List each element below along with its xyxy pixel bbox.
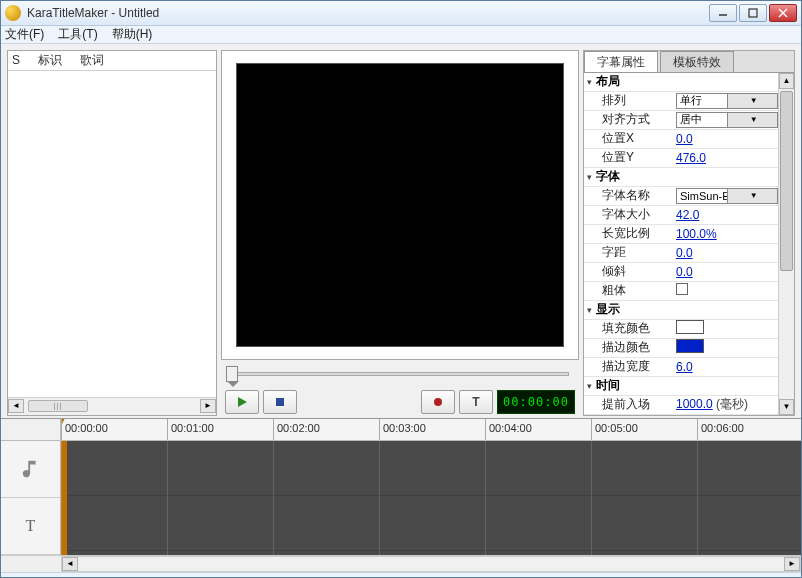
- prop-align-combo[interactable]: 居中▼: [676, 112, 778, 128]
- properties-vscroll[interactable]: ▲ ▼: [778, 73, 794, 415]
- text-track-label[interactable]: T: [1, 498, 60, 555]
- ruler-tick: 00:03:00: [379, 419, 380, 440]
- prop-stroke-label: 描边颜色: [584, 339, 676, 356]
- ruler-tick: 00:06:00: [697, 419, 698, 440]
- prop-leadin-label: 提前入场: [584, 396, 676, 413]
- section-time: 时间: [594, 377, 686, 394]
- prop-arrange-label: 排列: [584, 92, 676, 109]
- close-button[interactable]: [769, 4, 797, 22]
- expand-icon[interactable]: ▾: [584, 172, 594, 182]
- col-s[interactable]: S: [12, 53, 20, 67]
- prop-bold-label: 粗体: [584, 282, 676, 299]
- track-body[interactable]: [61, 441, 801, 555]
- section-font: 字体: [594, 168, 686, 185]
- lyric-list-body[interactable]: [8, 71, 216, 397]
- client-area: S 标识 歌词 ◄ ►: [1, 44, 801, 572]
- stop-button[interactable]: [263, 390, 297, 414]
- chevron-down-icon[interactable]: ▼: [727, 113, 778, 127]
- lyric-list-hscroll[interactable]: ◄ ►: [8, 397, 216, 415]
- expand-icon[interactable]: ▾: [584, 77, 594, 87]
- video-preview[interactable]: [236, 63, 564, 346]
- prop-fontsize-label: 字体大小: [584, 206, 676, 223]
- prop-leadin-unit: (毫秒): [716, 397, 748, 411]
- transport-controls: T 00:00:00: [221, 388, 579, 416]
- menu-bar: 文件(F) 工具(T) 帮助(H): [1, 26, 801, 44]
- prop-spacing-label: 字距: [584, 244, 676, 261]
- timeline: 00:00:0000:01:0000:02:0000:03:0000:04:00…: [1, 418, 801, 572]
- record-button[interactable]: [421, 390, 455, 414]
- time-display: 00:00:00: [497, 390, 575, 414]
- scroll-left-icon[interactable]: ◄: [62, 557, 78, 571]
- ruler-label: 00:02:00: [277, 422, 320, 434]
- ruler-label: 00:04:00: [489, 422, 532, 434]
- seek-thumb[interactable]: [226, 366, 238, 382]
- title-bar[interactable]: KaraTitleMaker - Untitled: [1, 1, 801, 26]
- preview-box: [221, 50, 579, 360]
- prop-posx-label: 位置X: [584, 130, 676, 147]
- audio-track-label[interactable]: [1, 441, 60, 498]
- prop-posx-value[interactable]: 0.0: [676, 132, 693, 146]
- text-mode-button[interactable]: T: [459, 390, 493, 414]
- tab-template-fx[interactable]: 模板特效: [660, 51, 734, 72]
- chevron-down-icon[interactable]: ▼: [727, 189, 778, 203]
- prop-posy-value[interactable]: 476.0: [676, 151, 706, 165]
- tab-subtitle-props[interactable]: 字幕属性: [584, 51, 658, 72]
- music-note-icon: [20, 458, 42, 480]
- ruler-tick: 00:01:00: [167, 419, 168, 440]
- text-icon: T: [26, 517, 36, 535]
- timeline-hscroll[interactable]: ◄ ►: [61, 556, 801, 572]
- status-bar: [1, 572, 801, 577]
- ruler-label: 00:00:00: [65, 422, 108, 434]
- prop-strokew-label: 描边宽度: [584, 358, 676, 375]
- scroll-down-icon[interactable]: ▼: [779, 399, 794, 415]
- svg-point-6: [434, 398, 442, 406]
- prop-leadin-value[interactable]: 1000.0: [676, 397, 713, 411]
- ruler-tick: 00:04:00: [485, 419, 486, 440]
- scroll-thumb[interactable]: [28, 400, 88, 412]
- scroll-up-icon[interactable]: ▲: [779, 73, 794, 89]
- menu-tools[interactable]: 工具(T): [58, 26, 97, 43]
- ruler-tick: 00:05:00: [591, 419, 592, 440]
- svg-rect-5: [276, 398, 284, 406]
- preview-panel: T 00:00:00: [221, 50, 579, 416]
- expand-icon[interactable]: ▾: [584, 305, 594, 315]
- scroll-left-icon[interactable]: ◄: [8, 399, 24, 413]
- menu-file[interactable]: 文件(F): [5, 26, 44, 43]
- prop-ratio-label: 长宽比例: [584, 225, 676, 242]
- stroke-color-swatch[interactable]: [676, 339, 704, 353]
- ruler-label: 00:05:00: [595, 422, 638, 434]
- play-button[interactable]: [225, 390, 259, 414]
- prop-arrange-combo[interactable]: 单行▼: [676, 93, 778, 109]
- prop-fontsize-value[interactable]: 42.0: [676, 208, 699, 222]
- menu-help[interactable]: 帮助(H): [112, 26, 153, 43]
- col-lyric[interactable]: 歌词: [80, 52, 104, 69]
- prop-fill-label: 填充颜色: [584, 320, 676, 337]
- scroll-right-icon[interactable]: ►: [784, 557, 800, 571]
- col-mark[interactable]: 标识: [38, 52, 62, 69]
- ruler-label: 00:06:00: [701, 422, 744, 434]
- prop-strokew-value[interactable]: 6.0: [676, 360, 693, 374]
- section-layout: 布局: [594, 73, 686, 90]
- scroll-thumb[interactable]: [780, 91, 793, 271]
- minimize-button[interactable]: [709, 4, 737, 22]
- timeline-gutter: [1, 419, 61, 440]
- prop-spacing-value[interactable]: 0.0: [676, 246, 693, 260]
- ruler-tick: 00:00:00: [61, 419, 62, 440]
- prop-align-label: 对齐方式: [584, 111, 676, 128]
- prop-ratio-value[interactable]: 100.0%: [676, 227, 717, 241]
- maximize-button[interactable]: [739, 4, 767, 22]
- ruler-label: 00:03:00: [383, 422, 426, 434]
- expand-icon[interactable]: ▾: [584, 381, 594, 391]
- prop-italic-value[interactable]: 0.0: [676, 265, 693, 279]
- fill-color-swatch[interactable]: [676, 320, 704, 334]
- seek-slider[interactable]: [231, 372, 569, 376]
- prop-bold-checkbox[interactable]: [676, 283, 688, 295]
- chevron-down-icon[interactable]: ▼: [727, 94, 778, 108]
- svg-rect-1: [749, 9, 757, 17]
- ruler-tick: 00:02:00: [273, 419, 274, 440]
- scroll-right-icon[interactable]: ►: [200, 399, 216, 413]
- prop-fontname-label: 字体名称: [584, 187, 676, 204]
- prop-fontname-combo[interactable]: SimSun-Ext▼: [676, 188, 778, 204]
- svg-marker-4: [238, 397, 247, 407]
- timeline-ruler[interactable]: 00:00:0000:01:0000:02:0000:03:0000:04:00…: [61, 419, 801, 440]
